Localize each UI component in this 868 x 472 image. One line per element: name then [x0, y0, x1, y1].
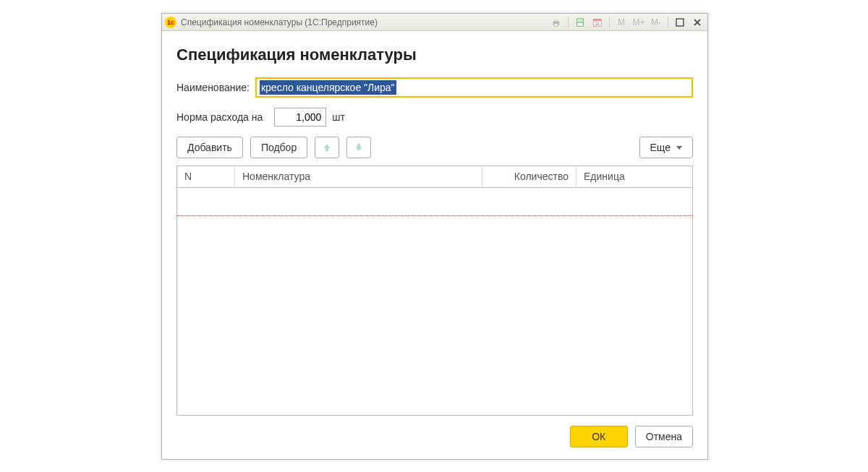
- name-input[interactable]: кресло канцелярское "Лира": [255, 77, 693, 98]
- cancel-button[interactable]: Отмена: [635, 426, 693, 447]
- titlebar-tools: 31 M M+ M-: [549, 16, 705, 29]
- maximize-button[interactable]: [673, 16, 687, 29]
- rate-label: Норма расхода на: [176, 111, 263, 123]
- close-button[interactable]: [690, 16, 705, 29]
- print-icon[interactable]: [549, 16, 563, 29]
- more-button-label: Еще: [650, 142, 671, 153]
- calendar-icon[interactable]: 31: [590, 16, 605, 29]
- memory-mplus-button[interactable]: M+: [631, 17, 646, 27]
- table-header: N Номенклатура Количество Единица: [177, 166, 692, 188]
- ok-button[interactable]: ОК: [570, 426, 628, 447]
- name-input-value: кресло канцелярское "Лира": [260, 80, 396, 95]
- rate-input[interactable]: [274, 108, 326, 126]
- app-logo-icon: 1c: [165, 17, 176, 28]
- memory-m-button[interactable]: M: [614, 17, 629, 27]
- memory-mminus-button[interactable]: M-: [649, 17, 663, 27]
- name-label: Наименование:: [176, 82, 250, 93]
- col-qty[interactable]: Количество: [482, 166, 576, 187]
- arrow-down-icon: [354, 142, 364, 153]
- page-title: Спецификация номенклатуры: [176, 46, 693, 64]
- rate-unit: шт: [332, 111, 345, 123]
- arrow-up-icon: [322, 142, 332, 153]
- add-button[interactable]: Добавить: [176, 137, 243, 158]
- pick-button[interactable]: Подбор: [250, 137, 307, 158]
- col-n[interactable]: N: [177, 166, 235, 187]
- col-item[interactable]: Номенклатура: [235, 166, 482, 187]
- items-table: N Номенклатура Количество Единица: [176, 166, 693, 416]
- rate-row: Норма расхода на шт: [176, 108, 693, 126]
- svg-rect-11: [676, 19, 684, 26]
- svg-rect-1: [554, 19, 558, 21]
- insertion-marker: [177, 215, 692, 216]
- dialog-footer: ОК Отмена: [176, 426, 693, 447]
- table-body[interactable]: [177, 188, 692, 415]
- chevron-down-icon: [676, 146, 682, 150]
- col-unit[interactable]: Единица: [576, 166, 692, 187]
- more-button[interactable]: Еще: [639, 137, 694, 158]
- table-toolbar: Добавить Подбор Еще: [176, 137, 693, 158]
- move-up-button[interactable]: [315, 137, 339, 158]
- svg-rect-6: [579, 22, 581, 23]
- calculator-icon[interactable]: [573, 16, 587, 29]
- name-row: Наименование: кресло канцелярское "Лира": [176, 77, 693, 98]
- svg-rect-2: [554, 23, 558, 26]
- svg-rect-7: [582, 22, 583, 23]
- svg-rect-5: [578, 22, 579, 23]
- window-title: Спецификация номенклатуры (1С:Предприяти…: [181, 17, 378, 27]
- svg-text:31: 31: [595, 21, 600, 25]
- titlebar: 1c Спецификация номенклатуры (1С:Предпри…: [162, 14, 707, 31]
- content-area: Спецификация номенклатуры Наименование: …: [162, 31, 707, 459]
- svg-rect-4: [578, 19, 583, 21]
- move-down-button[interactable]: [346, 137, 371, 158]
- app-window: 1c Спецификация номенклатуры (1С:Предпри…: [161, 13, 708, 460]
